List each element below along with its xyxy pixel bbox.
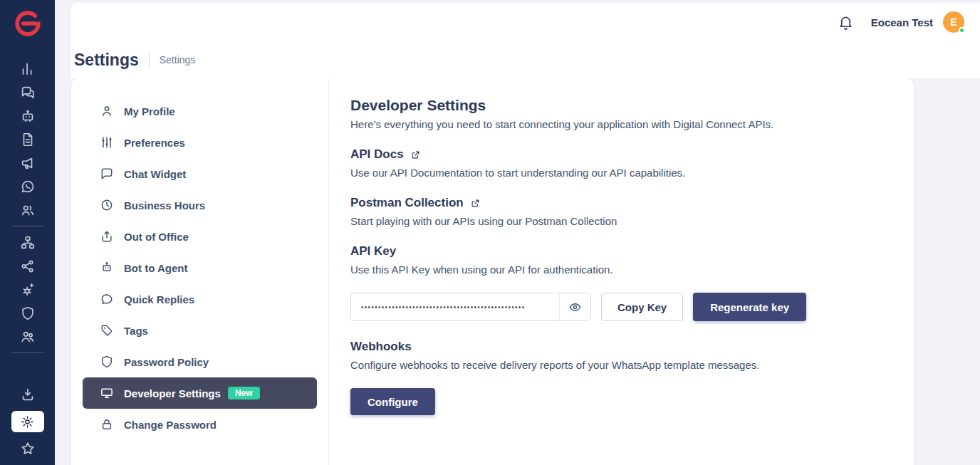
lock-icon [100, 417, 114, 432]
tag-icon [100, 323, 114, 338]
app-rail [0, 0, 55, 465]
rail-bottom-list [11, 387, 44, 456]
settings-icon[interactable] [11, 411, 44, 432]
shield-icon[interactable] [20, 305, 36, 321]
nav-item-label: Bot to Agent [124, 262, 187, 274]
section-subtitle: Here’s everything you need to start conn… [350, 118, 885, 130]
nav-item-label: Chat Widget [124, 168, 186, 180]
postman-title: Postman Collection [350, 196, 464, 210]
eocean-logo-icon[interactable] [13, 9, 43, 38]
webhooks-title: Webhooks [350, 340, 412, 354]
webhooks-heading: Webhooks [350, 340, 885, 354]
new-badge: New [228, 387, 260, 399]
star-icon[interactable] [20, 441, 36, 456]
nav-item-password-policy[interactable]: Password Policy [83, 346, 317, 377]
person-icon [100, 104, 114, 118]
settings-nav: My ProfilePreferencesChat WidgetBusiness… [71, 78, 329, 465]
regenerate-key-button[interactable]: Regenerate key [693, 293, 806, 321]
api-key-field[interactable]: ••••••••••••••••••••••••••••••••••••••••… [350, 293, 591, 321]
nav-item-tags[interactable]: Tags [83, 315, 317, 346]
clock-icon [100, 198, 114, 212]
export-icon[interactable] [20, 387, 36, 402]
external-link-icon[interactable] [410, 150, 421, 160]
breadcrumb[interactable]: Settings [160, 54, 196, 66]
title-bar: Settings Settings [71, 41, 980, 78]
contacts-icon[interactable] [20, 202, 36, 218]
toggle-key-visibility-button[interactable] [559, 293, 590, 320]
breadcrumb-divider [149, 53, 150, 67]
rail-divider [11, 352, 44, 353]
bar-chart-icon[interactable] [20, 61, 36, 77]
nav-item-label: Business Hours [124, 199, 205, 211]
out-of-office-icon [100, 229, 114, 244]
postman-description: Start playing with our APIs using our Po… [350, 215, 885, 227]
copy-key-button[interactable]: Copy Key [601, 293, 683, 321]
section-title: Developer Settings [350, 97, 885, 114]
api-key-title: API Key [350, 244, 396, 258]
external-link-icon[interactable] [470, 198, 481, 209]
monitor-icon [100, 386, 114, 400]
api-docs-title: API Docs [350, 147, 404, 162]
online-status-dot [959, 27, 965, 33]
avatar[interactable]: E [943, 11, 964, 33]
nav-item-business-hours[interactable]: Business Hours [83, 189, 317, 221]
nav-item-label: Tags [124, 325, 148, 337]
document-icon[interactable] [20, 132, 36, 147]
page-title: Settings [74, 51, 139, 70]
nav-item-out-of-office[interactable]: Out of Office [83, 221, 317, 252]
nav-item-preferences[interactable]: Preferences [83, 127, 317, 158]
nav-item-change-password[interactable]: Change Password [83, 409, 317, 440]
main-area: Eocean Test E Settings Settings My Profi… [55, 0, 980, 465]
sliders-icon [100, 135, 114, 150]
top-bar: Eocean Test E [71, 3, 980, 41]
avatar-letter: E [950, 16, 956, 28]
automation-icon[interactable] [20, 282, 36, 298]
nav-item-quick-replies[interactable]: Quick Replies [83, 283, 317, 315]
quick-reply-icon [100, 292, 114, 306]
nav-item-label: Change Password [124, 419, 217, 431]
nav-item-label: Developer Settings [124, 387, 221, 399]
api-docs-heading: API Docs [350, 147, 885, 162]
eye-icon [568, 301, 582, 314]
postman-heading: Postman Collection [350, 196, 885, 210]
nav-item-my-profile[interactable]: My Profile [83, 95, 317, 127]
page-body: My ProfilePreferencesChat WidgetBusiness… [55, 78, 980, 465]
whatsapp-icon[interactable] [20, 179, 36, 194]
nav-item-label: Quick Replies [124, 293, 194, 305]
api-docs-description: Use our API Documentation to start under… [350, 167, 885, 179]
bot-agent-icon [100, 261, 114, 275]
nav-item-chat-widget[interactable]: Chat Widget [83, 158, 317, 189]
api-key-heading: API Key [350, 244, 885, 258]
settings-card: My ProfilePreferencesChat WidgetBusiness… [71, 78, 914, 465]
nav-item-label: Password Policy [124, 356, 209, 368]
configure-webhooks-button[interactable]: Configure [350, 388, 435, 415]
notifications-bell-icon[interactable] [838, 14, 854, 31]
rail-icon-list [11, 57, 44, 357]
api-key-masked-value: ••••••••••••••••••••••••••••••••••••••••… [351, 303, 559, 311]
api-key-description: Use this API Key when using our API for … [350, 263, 885, 276]
megaphone-icon[interactable] [20, 155, 36, 171]
team-icon[interactable] [20, 329, 36, 345]
share-icon[interactable] [20, 258, 36, 274]
bot-icon[interactable] [20, 108, 36, 124]
nav-item-label: Out of Office [124, 231, 189, 243]
nav-item-label: My Profile [124, 105, 175, 117]
nav-item-bot-to-agent[interactable]: Bot to Agent [83, 252, 317, 283]
webhooks-description: Configure webhooks to receive delivery r… [350, 359, 885, 371]
chat-icon [100, 167, 114, 181]
developer-settings-panel: Developer Settings Here’s everything you… [329, 78, 914, 465]
chats-icon[interactable] [20, 85, 36, 100]
shield-outline-icon [100, 355, 114, 369]
nav-item-developer-settings[interactable]: Developer SettingsNew [83, 377, 317, 409]
rail-divider [11, 226, 44, 226]
user-name[interactable]: Eocean Test [871, 16, 933, 28]
api-key-row: ••••••••••••••••••••••••••••••••••••••••… [350, 293, 885, 321]
sitemap-icon[interactable] [20, 235, 36, 251]
nav-item-label: Preferences [124, 137, 185, 149]
